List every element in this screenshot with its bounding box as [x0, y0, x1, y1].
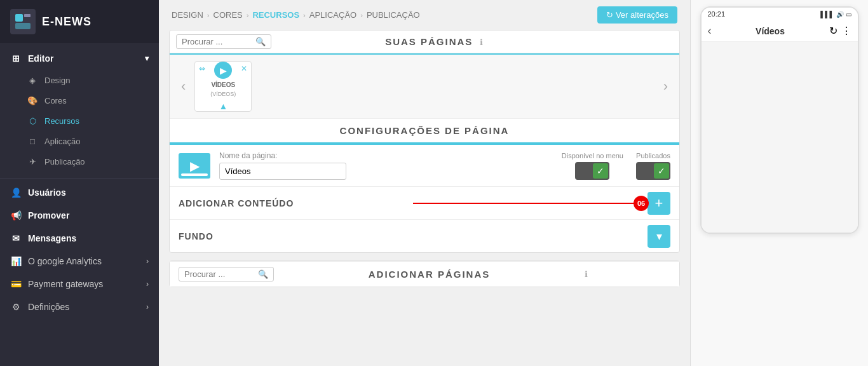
- phone-frame: 20:21 ▌▌▌ 🔊 ▭ ‹ Vídeos ↻ ⋮: [700, 6, 859, 234]
- sidebar-item-design[interactable]: ◈ Design: [6, 70, 159, 90]
- sidebar-divider-1: [0, 178, 159, 179]
- carousel-next-button[interactable]: ›: [658, 78, 673, 95]
- carousel-prev-button[interactable]: ‹: [176, 78, 191, 95]
- svg-rect-1: [24, 14, 31, 17]
- phone-refresh-icon[interactable]: ↻: [829, 25, 837, 37]
- sidebar-item-cores[interactable]: 🎨 Cores: [6, 90, 159, 111]
- bc-aplicacao[interactable]: APLICAÇÃO: [309, 10, 356, 20]
- adicionar-paginas-panel: 🔍 ADICIONAR PÁGINAS ℹ: [169, 261, 680, 287]
- sidebar-item-definicoes[interactable]: ⚙ Definições ›: [0, 295, 159, 318]
- nome-label: Nome da página:: [219, 151, 553, 160]
- publicados-toggle[interactable]: ✓: [636, 162, 670, 180]
- add-content-label: ADICIONAR CONTEÚDO: [179, 198, 407, 208]
- phone-status-bar: 20:21 ▌▌▌ 🔊 ▭: [702, 8, 858, 20]
- config-fields: Nome da página:: [219, 151, 553, 180]
- editor-menu[interactable]: ⊞ Editor ▾: [0, 47, 159, 70]
- adicionar-paginas-title: ADICIONAR PÁGINAS: [280, 269, 578, 280]
- bc-sep-3: ›: [303, 11, 306, 19]
- app-title: E-NEWS: [42, 15, 92, 29]
- phone-wifi-icon: 🔊: [836, 11, 844, 18]
- page-card-label: VÍDEOS: [211, 81, 235, 88]
- recursos-icon: ⬡: [27, 115, 38, 126]
- sidebar-item-usuarios[interactable]: 👤 Usuários: [0, 181, 159, 204]
- card-move-icon: ⇔: [199, 64, 205, 73]
- bc-cores[interactable]: CORES: [214, 10, 243, 20]
- add-content-row: ADICIONAR CONTEÚDO 06 +: [170, 186, 679, 219]
- config-play-button[interactable]: ▶: [179, 153, 210, 179]
- suas-paginas-title: SUAS PÁGINAS: [385, 36, 473, 47]
- phone-nav-icons: ↻ ⋮: [829, 25, 851, 37]
- disponivel-label: Disponível no menu: [562, 152, 623, 159]
- card-close-icon: ✕: [241, 64, 247, 73]
- bc-sep-4: ›: [360, 11, 363, 19]
- phone-back-icon[interactable]: ‹: [708, 24, 712, 37]
- sidebar-item-promover[interactable]: 📢 Promover: [0, 204, 159, 227]
- card-icons: ⇔ ✕: [195, 64, 251, 73]
- paginas-search-box[interactable]: 🔍: [176, 34, 271, 49]
- sidebar-item-publicacao[interactable]: ✈ Publicação: [6, 151, 159, 172]
- sidebar-item-mensagens[interactable]: ✉ Mensagens: [0, 227, 159, 250]
- adicionar-paginas-row: 🔍 ADICIONAR PÁGINAS ℹ: [170, 261, 679, 287]
- svg-rect-2: [15, 23, 31, 29]
- mensagens-icon: ✉: [10, 233, 22, 244]
- phone-nav-title: Vídeos: [756, 26, 785, 36]
- phone-status-icons: ▌▌▌ 🔊 ▭: [820, 11, 851, 18]
- promover-icon: 📢: [10, 210, 22, 221]
- phone-battery-icon: ▭: [846, 11, 851, 18]
- publicacao-icon: ✈: [27, 156, 38, 167]
- ver-alteracoes-button[interactable]: ↻ Ver alterações: [597, 6, 677, 24]
- paginas-search-input[interactable]: [182, 37, 252, 46]
- suas-paginas-info-icon: ℹ: [480, 37, 483, 47]
- phone-signal-icon: ▌▌▌: [820, 11, 834, 18]
- bc-sep-2: ›: [247, 11, 249, 19]
- svg-rect-0: [15, 14, 23, 22]
- usuarios-icon: 👤: [10, 187, 22, 198]
- adicionar-paginas-info-icon: ℹ: [585, 269, 588, 279]
- adicionar-search-input[interactable]: [184, 269, 254, 279]
- fundo-button[interactable]: ▾: [648, 225, 670, 248]
- editor-section: ⊞ Editor ▾ ◈ Design 🎨 Cores ⬡ Recursos □…: [0, 43, 159, 175]
- search-icon: 🔍: [255, 37, 266, 46]
- main-content: DESIGN › CORES › RECURSOS › APLICAÇÃO › …: [159, 0, 690, 366]
- editor-chevron: ▾: [145, 54, 149, 63]
- sidebar-item-analytics[interactable]: 📊 O google Analytics ›: [0, 250, 159, 273]
- design-icon: ◈: [27, 74, 38, 86]
- breadcrumb: DESIGN › CORES › RECURSOS › APLICAÇÃO › …: [172, 10, 420, 20]
- payment-chevron: ›: [146, 280, 149, 288]
- sidebar-item-recursos[interactable]: ⬡ Recursos: [6, 111, 159, 131]
- add-content-button[interactable]: +: [648, 192, 670, 215]
- config-row: ▶ Nome da página: Disponível no menu ✓ P…: [170, 145, 679, 186]
- editor-icon: ⊞: [10, 53, 22, 64]
- phone-nav-bar: ‹ Vídeos ↻ ⋮: [702, 20, 858, 42]
- page-card-videos[interactable]: ⇔ ✕ ▶ VÍDEOS (VÍDEOS) ▲: [194, 61, 252, 112]
- bc-design[interactable]: DESIGN: [172, 10, 203, 20]
- publicados-check: ✓: [654, 163, 669, 179]
- add-content-line: 06: [413, 203, 641, 204]
- phone-menu-icon[interactable]: ⋮: [841, 25, 851, 37]
- suas-paginas-panel: 🔍 SUAS PÁGINAS ℹ ‹ ⇔ ✕ ▶ VÍDEOS (VÍDEOS)…: [169, 30, 680, 253]
- sidebar-item-payment[interactable]: 💳 Payment gateways ›: [0, 273, 159, 295]
- config-header: CONFIGURAÇÕES DE PÁGINA: [170, 118, 679, 144]
- adicionar-search-box[interactable]: 🔍: [179, 267, 274, 281]
- config-toggles: Disponível no menu ✓ Publicados ✓: [562, 152, 670, 180]
- phone-body: [702, 42, 858, 233]
- bc-recursos[interactable]: RECURSOS: [252, 10, 299, 20]
- cores-icon: 🎨: [27, 95, 38, 106]
- phone-preview: 20:21 ▌▌▌ 🔊 ▭ ‹ Vídeos ↻ ⋮: [690, 0, 868, 366]
- analytics-chevron: ›: [146, 257, 149, 266]
- disponivel-toggle[interactable]: ✓: [575, 162, 609, 180]
- bc-publicacao[interactable]: PUBLICAÇÃO: [367, 10, 420, 20]
- sidebar-item-aplicacao[interactable]: □ Aplicação: [6, 131, 159, 151]
- pages-carousel: ‹ ⇔ ✕ ▶ VÍDEOS (VÍDEOS) ▲ ›: [170, 55, 679, 118]
- suas-paginas-header-row: 🔍 SUAS PÁGINAS ℹ: [170, 30, 679, 53]
- aplicacao-icon: □: [27, 135, 38, 147]
- add-content-badge: 06: [634, 196, 649, 211]
- phone-time: 20:21: [708, 10, 726, 18]
- toggle-publicados: Publicados ✓: [636, 152, 670, 180]
- bc-sep-1: ›: [207, 11, 210, 19]
- nome-input[interactable]: [219, 163, 346, 180]
- disponivel-check: ✓: [593, 163, 608, 179]
- payment-icon: 💳: [10, 278, 22, 290]
- breadcrumb-bar: DESIGN › CORES › RECURSOS › APLICAÇÃO › …: [159, 0, 690, 30]
- sidebar: E-NEWS ⊞ Editor ▾ ◈ Design 🎨 Cores ⬡ Rec…: [0, 0, 159, 366]
